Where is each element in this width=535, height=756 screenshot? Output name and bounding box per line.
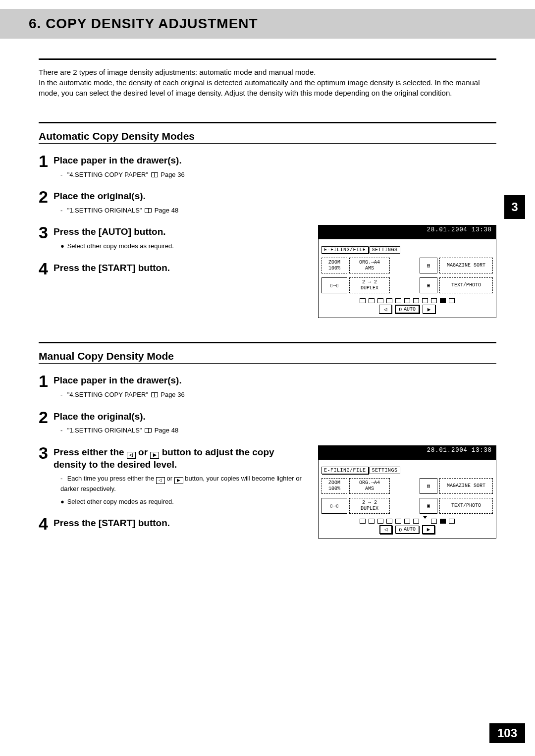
btn-org[interactable]: ORG.→A4AMS [349, 258, 390, 273]
step-number: 3 [39, 444, 54, 461]
step-ref: - "1.SETTING ORIGINALS" Page 48 [60, 206, 496, 216]
divider [39, 342, 496, 343]
btn-duplex[interactable]: 2 → 2DUPLEX [349, 277, 390, 293]
step-title: Press the [START] button. [54, 517, 304, 530]
finisher-icon[interactable]: ▤ [420, 258, 437, 273]
step-row: 4 Press the [START] button. [39, 260, 304, 277]
btn-zoom[interactable]: ZOOM100% [321, 258, 347, 273]
lighter-icon: ◁ [156, 477, 165, 484]
page-number: 103 [489, 723, 525, 743]
book-icon [145, 208, 152, 213]
content-area: There are 2 types of image density adjus… [39, 58, 496, 539]
divider [39, 143, 496, 144]
auto-icon: ◐ [399, 306, 402, 312]
chapter-tab: 3 [504, 195, 525, 219]
step-row: 3 Press the [AUTO] button. ● Select othe… [39, 224, 304, 251]
step-number: 2 [39, 188, 54, 205]
lcd-panel-manual: 28.01.2004 13:38 E-FILING/FILE SETTINGS … [318, 445, 496, 539]
mode-icon[interactable]: ▣ [420, 498, 437, 514]
step-row: 1 Place paper in the drawer(s). - "4.SET… [39, 153, 496, 179]
section-heading-manual: Manual Copy Density Mode [39, 350, 496, 362]
step-ref: - "4.SETTING COPY PAPER" Page 36 [60, 390, 496, 400]
lighter-button[interactable]: ◁ [379, 525, 392, 534]
darker-button[interactable]: ▶ [423, 305, 435, 314]
step-row: 3 Press either the ◁ or ▶ button to adju… [39, 444, 304, 506]
darker-button[interactable]: ▶ [422, 525, 435, 534]
divider [39, 122, 496, 123]
btn-zoom[interactable]: ZOOM100% [321, 478, 347, 494]
btn-magazine-sort[interactable]: MAGAZINE SORT [439, 478, 493, 494]
btn-text-photo[interactable]: TEXT/PHOTO [439, 498, 493, 514]
intro-text: There are 2 types of image density adjus… [39, 67, 496, 98]
book-icon [151, 392, 158, 397]
divider [39, 58, 496, 60]
step-ref: - "1.SETTING ORIGINALS" Page 48 [60, 426, 496, 435]
lighter-button[interactable]: ◁ [379, 305, 392, 314]
step-number: 1 [39, 153, 54, 169]
step-number: 3 [39, 224, 54, 241]
tab-settings[interactable]: SETTINGS [370, 467, 400, 474]
tab-efiling[interactable]: E-FILING/FILE [321, 467, 369, 474]
duplex-icon[interactable]: ▯→▯ [321, 277, 347, 293]
duplex-icon[interactable]: ▯→▯ [321, 498, 347, 514]
mode-icon[interactable]: ▣ [420, 277, 437, 293]
step-number: 1 [39, 373, 54, 389]
step-title: Place paper in the drawer(s). [54, 155, 496, 167]
tab-efiling[interactable]: E-FILING/FILE [321, 246, 369, 254]
step-title: Press the [AUTO] button. [54, 226, 304, 238]
panel-datetime: 28.01.2004 13:38 [319, 225, 496, 239]
book-icon [151, 172, 158, 177]
panel-datetime: 28.01.2004 13:38 [319, 446, 496, 460]
lighter-icon: ◁ [127, 452, 136, 459]
darker-icon: ▶ [174, 477, 183, 484]
tab-settings[interactable]: SETTINGS [370, 246, 400, 254]
step-row: 1 Place paper in the drawer(s). - "4.SET… [39, 373, 496, 399]
finisher-icon[interactable]: ▤ [420, 478, 437, 494]
step-ref: - "4.SETTING COPY PAPER" Page 36 [60, 170, 496, 180]
step-row: 2 Place the original(s). - "1.SETTING OR… [39, 188, 496, 215]
lcd-panel-auto: 28.01.2004 13:38 E-FILING/FILE SETTINGS … [318, 225, 496, 318]
step-title: Place the original(s). [54, 411, 496, 423]
step-number: 4 [39, 515, 54, 532]
divider [39, 363, 496, 364]
step-title: Place the original(s). [54, 190, 496, 203]
density-scale [319, 516, 496, 525]
book-icon [145, 428, 152, 433]
step-row: 2 Place the original(s). - "1.SETTING OR… [39, 409, 496, 435]
auto-button[interactable]: ◐ AUTO [395, 305, 420, 314]
btn-text-photo[interactable]: TEXT/PHOTO [439, 277, 493, 293]
step-note: ● Select other copy modes as required. [60, 241, 304, 251]
btn-magazine-sort[interactable]: MAGAZINE SORT [439, 258, 493, 273]
auto-icon: ◐ [399, 527, 402, 533]
density-scale [319, 295, 496, 305]
step-note: ● Select other copy modes as required. [60, 497, 304, 507]
step-title: Press the [START] button. [54, 262, 304, 274]
section-heading-auto: Automatic Copy Density Modes [39, 130, 496, 142]
auto-button[interactable]: ◐ AUTO [395, 526, 419, 534]
btn-duplex[interactable]: 2 → 2DUPLEX [349, 498, 390, 514]
step-sub: - Each time you press either the ◁ or ▶ … [60, 474, 304, 493]
step-number: 2 [39, 409, 54, 426]
btn-org[interactable]: ORG.→A4AMS [349, 478, 390, 494]
darker-icon: ▶ [150, 452, 159, 459]
title-bar: 6. COPY DENSITY ADJUSTMENT [0, 9, 535, 39]
page-title: 6. COPY DENSITY ADJUSTMENT [29, 16, 535, 32]
step-title: Press either the ◁ or ▶ button to adjust… [54, 446, 304, 471]
step-row: 4 Press the [START] button. [39, 515, 304, 532]
step-number: 4 [39, 260, 54, 277]
step-title: Place paper in the drawer(s). [54, 375, 496, 387]
